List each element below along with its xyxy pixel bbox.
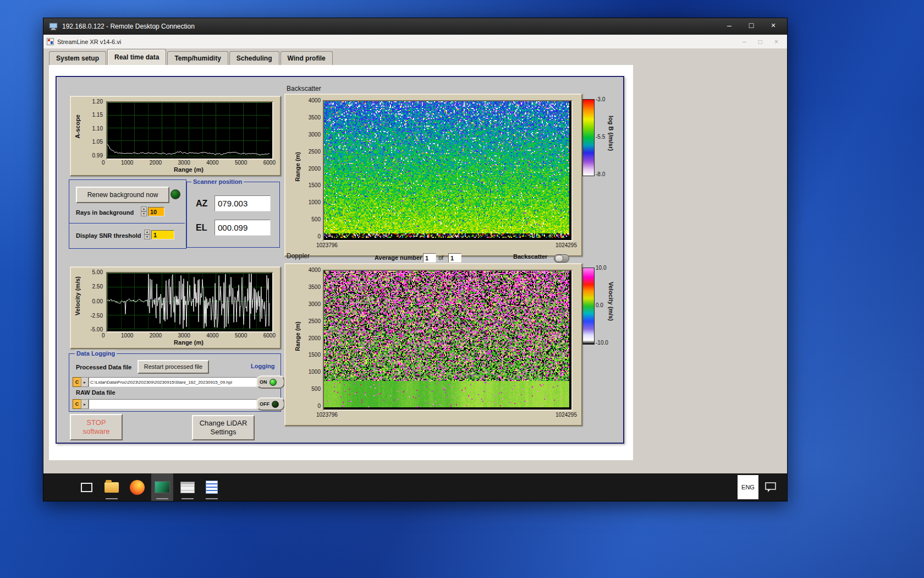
spin-up-icon[interactable]: ▲ — [144, 230, 150, 235]
raw-logging-toggle[interactable]: OFF — [256, 397, 285, 411]
background-controls-box: Renew background now Rays in background … — [69, 179, 186, 249]
stop-button-line1: STOP — [86, 418, 106, 427]
tick-label: 2000 — [309, 335, 321, 341]
tab-bar: System setup Real time data Temp/humidit… — [43, 48, 787, 65]
rays-in-background-field[interactable]: 10 — [148, 207, 164, 216]
backscatter-panel: Range (m) 4000 3500 3000 2500 2000 1500 … — [284, 94, 582, 257]
app-title: StreamLine XR v14-6.vi — [57, 39, 121, 45]
doppler-xlabels: 1023796 1024295 — [316, 412, 577, 418]
action-center-icon[interactable] — [760, 473, 782, 501]
spin-down-icon[interactable]: ▼ — [141, 211, 147, 216]
az-value-field[interactable]: 079.003 — [215, 195, 271, 211]
tick-label: 2.50 — [83, 283, 103, 290]
off-led — [272, 401, 279, 408]
doppler-section-title: Doppler — [287, 252, 310, 260]
remote-taskbar: ENG — [43, 473, 787, 501]
tick-label: 1024295 — [556, 242, 577, 248]
el-value-field[interactable]: 000.099 — [215, 220, 271, 236]
browse-icon[interactable]: ▸ — [81, 399, 89, 409]
tick-label: 5000 — [235, 332, 247, 339]
snr-spinner[interactable]: ▲ ▼ — [144, 230, 150, 239]
colorbar-tick: -3.0 — [596, 96, 605, 102]
average-number-label: Average number — [375, 254, 422, 261]
change-lidar-settings-button[interactable]: Change LiDAR Settings — [192, 415, 255, 440]
stop-software-button[interactable]: STOP software — [70, 414, 123, 440]
tab-system-setup[interactable]: System setup — [49, 51, 106, 65]
tick-label: 3000 — [178, 160, 190, 166]
tick-label: 4000 — [206, 332, 218, 339]
drive-badge[interactable]: C — [73, 399, 81, 409]
desktop: 192.168.0.122 - Remote Desktop Connectio… — [0, 0, 924, 578]
raw-path-field[interactable] — [89, 399, 257, 409]
tab-temp-humidity[interactable]: Temp/humidity — [167, 51, 228, 65]
restart-processed-file-button[interactable]: Restart processed file — [138, 360, 209, 374]
processed-path-field[interactable]: C:\Lidar\Data\Proc\2023\202309\20230915\… — [89, 377, 257, 387]
notes-app-icon[interactable] — [201, 473, 223, 501]
backscatter-xlabels: 1023796 1024295 — [316, 242, 577, 248]
on-led — [270, 379, 277, 386]
on-label: ON — [260, 379, 267, 385]
tick-label: 3000 — [178, 332, 190, 339]
processed-logging-toggle[interactable]: ON — [256, 375, 285, 389]
app-close-icon[interactable]: × — [774, 38, 778, 46]
renew-background-button[interactable]: Renew background now — [76, 187, 169, 203]
rdp-titlebar[interactable]: 192.168.0.122 - Remote Desktop Connectio… — [43, 18, 787, 35]
tab-wind-profile[interactable]: Wind profile — [280, 51, 333, 65]
colorbar-tick: 10.0 — [596, 265, 606, 271]
firefox-icon[interactable] — [126, 473, 148, 501]
tick-label: -5.00 — [83, 326, 103, 332]
tab-scheduling[interactable]: Scheduling — [229, 51, 279, 65]
colorbar-tick: -8.0 — [596, 171, 605, 177]
data-logging-title: Data Logging — [75, 350, 117, 357]
drive-badge[interactable]: C — [73, 377, 81, 387]
el-label: EL — [196, 223, 207, 233]
maximize-icon[interactable]: □ — [742, 19, 761, 31]
app-maximize-icon[interactable]: □ — [758, 38, 762, 46]
data-logging-box: Data Logging Processed Data file Restart… — [69, 353, 281, 412]
tick-label: 5000 — [235, 160, 247, 166]
snr-threshold-field[interactable]: 1 — [151, 230, 174, 239]
tick-label: 1000 — [121, 160, 133, 166]
spin-down-icon[interactable]: ▼ — [144, 235, 150, 239]
scanner-position-box: Scanner position AZ 079.003 EL 000.099 — [186, 182, 280, 248]
folder-glyph — [105, 482, 119, 493]
tick-label: 3000 — [309, 132, 321, 138]
file-explorer-icon[interactable] — [101, 473, 123, 501]
tick-label: 2000 — [150, 332, 162, 339]
change-button-line1: Change LiDAR — [200, 419, 248, 428]
a-scope-canvas — [107, 102, 270, 156]
language-indicator[interactable]: ENG — [738, 475, 758, 499]
streamline-app-icon[interactable] — [151, 473, 173, 501]
doppler-colorbar — [582, 268, 595, 345]
background-led — [170, 189, 180, 199]
doppler-ylabel: Range (m) — [294, 321, 301, 351]
backscatter-colorbar-label: log B (/m/sr) — [608, 116, 614, 151]
main-panel: A-scope 1.20 1.15 1.10 1.05 0.99 0 1000 … — [56, 76, 624, 444]
tick-label: 4000 — [309, 97, 321, 103]
window-glyph — [180, 482, 195, 493]
tick-label: 2000 — [150, 160, 162, 166]
close-icon[interactable]: × — [764, 19, 783, 31]
velocity-ylabel: Velocity (m/s) — [74, 276, 81, 315]
task-view-icon[interactable] — [75, 473, 97, 501]
spin-up-icon[interactable]: ▲ — [141, 206, 147, 211]
app-minimize-icon[interactable]: – — [743, 38, 746, 46]
rays-spinner[interactable]: ▲ ▼ — [141, 206, 147, 216]
scan-scheduler-icon[interactable] — [177, 473, 199, 501]
browse-icon[interactable]: ▸ — [81, 377, 89, 387]
app-titlebar[interactable]: StreamLine XR v14-6.vi – □ × — [43, 35, 787, 49]
backscatter-canvas — [324, 101, 569, 238]
tick-label: 5.00 — [83, 269, 103, 275]
average-number-field[interactable]: 1 — [423, 253, 436, 263]
average-total-field[interactable]: 1 — [448, 253, 461, 263]
velocity-panel: Velocity (m/s) 5.00 2.50 0.00 -2.50 -5.0… — [70, 266, 281, 349]
tab-real-time-data[interactable]: Real time data — [107, 49, 166, 65]
display-mode-toggle[interactable] — [554, 254, 569, 263]
display-mode-label: Backscatter — [513, 253, 547, 260]
tick-label: 1.10 — [83, 126, 103, 132]
divider — [69, 223, 185, 223]
app-window: StreamLine XR v14-6.vi – □ × System setu… — [43, 35, 787, 501]
backscatter-yticks: 4000 3500 3000 2500 2000 1500 1000 500 0 — [301, 97, 321, 239]
doppler-panel: Range (m) 4000 3500 3000 2500 2000 1500 … — [284, 263, 582, 426]
minimize-icon[interactable]: – — [720, 19, 739, 31]
